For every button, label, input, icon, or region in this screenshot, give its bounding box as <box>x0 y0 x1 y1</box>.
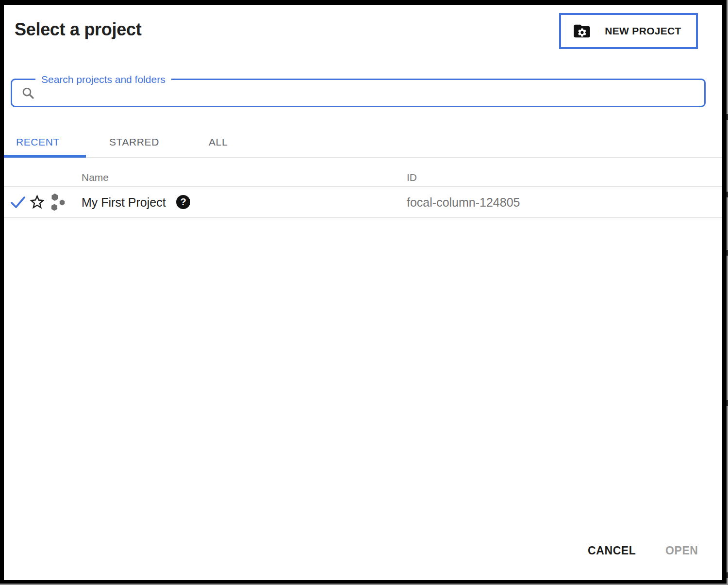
tabs-divider <box>4 157 722 158</box>
tab-starred-label: STARRED <box>109 136 159 148</box>
project-hexagons-icon <box>49 193 67 212</box>
help-icon[interactable]: ? <box>176 195 190 209</box>
star-toggle-icon[interactable] <box>28 193 46 211</box>
screen: Select a project NEW PROJECT Search proj… <box>0 0 728 585</box>
search-icon <box>21 86 35 100</box>
search-input[interactable] <box>41 82 698 104</box>
dialog-title: Select a project <box>15 19 141 40</box>
tab-recent[interactable]: RECENT <box>16 134 60 150</box>
new-project-label: NEW PROJECT <box>593 25 696 37</box>
open-button[interactable]: OPEN <box>662 539 702 562</box>
project-name: My First Project <box>82 195 166 210</box>
select-project-dialog: Select a project NEW PROJECT Search proj… <box>4 5 722 580</box>
active-tab-underline <box>4 155 86 158</box>
selected-check-icon <box>10 195 26 210</box>
cancel-button[interactable]: CANCEL <box>584 539 640 562</box>
tab-all-label: ALL <box>209 136 228 148</box>
new-project-button[interactable]: NEW PROJECT <box>559 13 698 49</box>
tab-starred[interactable]: STARRED <box>109 134 159 150</box>
tab-all[interactable]: ALL <box>209 134 228 150</box>
column-header-id: ID <box>407 172 417 183</box>
row-divider <box>4 217 722 218</box>
table-row-my-first-project[interactable]: My First Project ? focal-column-124805 <box>4 187 722 217</box>
tab-recent-label: RECENT <box>16 136 60 148</box>
new-project-folder-icon <box>571 21 593 41</box>
search-field[interactable]: Search projects and folders <box>11 79 706 107</box>
project-id: focal-column-124805 <box>407 195 520 210</box>
column-header-name: Name <box>82 172 109 183</box>
